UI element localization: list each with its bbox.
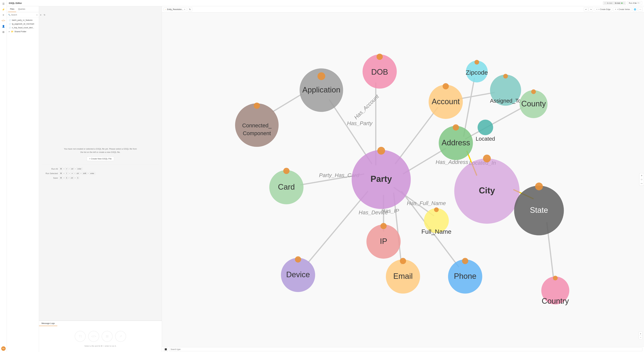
node-assigned-to-c[interactable]: Assigned_To xyxy=(490,74,521,106)
zoom-in-button[interactable]: + xyxy=(639,332,642,336)
graph-nodes: Application DOB Account xyxy=(235,54,569,305)
schema-selector[interactable]: ~ Entity_Resolution... ▾ xyxy=(164,7,186,11)
node-party[interactable]: Party xyxy=(352,147,411,209)
graph-instance-icon: ⬡ xyxy=(604,2,606,4)
file-panel: Files Queries 🔍 + ≡ ↻ 📄 batch_party_cc xyxy=(7,6,39,352)
svg-point-40 xyxy=(453,124,459,131)
sidebar-icon-activity[interactable]: ⚡ xyxy=(1,7,6,12)
undo-button[interactable]: ↩ xyxy=(584,7,588,11)
create-edge-button[interactable]: + + Create Edge xyxy=(595,7,612,11)
edge-label: Has_IP xyxy=(381,208,399,214)
file-search-input[interactable] xyxy=(11,14,34,16)
sidebar-icon-menu[interactable]: ☰ xyxy=(1,1,6,6)
redo-button[interactable]: ↪ xyxy=(589,7,593,11)
svg-point-21 xyxy=(376,54,383,60)
run-all-label: Run All xyxy=(629,2,635,4)
schema-icon: ~ xyxy=(165,8,166,10)
run-all-button[interactable]: Run All ▶ ⌘↩ xyxy=(627,1,642,5)
file-list: 📄 batch_party_cc_features 📄 tg_pagerank_… xyxy=(7,18,39,352)
search-icon: 🔍 xyxy=(8,14,10,16)
file-item[interactable]: 📄 n_hop_fraud_count_devi... xyxy=(7,26,39,29)
shortcut-run-all-keys: ⌘ + ↩ / ctrl + enter xyxy=(59,168,82,170)
folder-name: Shared Folder xyxy=(14,30,26,33)
edge-label: Has_Party xyxy=(347,120,373,126)
node-zipcode[interactable]: Zipcode xyxy=(466,60,488,82)
shortcut-save-keys: ⌘ + S / ctrl + S xyxy=(59,176,80,179)
node-phone[interactable]: Phone xyxy=(448,258,482,294)
create-gsql-button[interactable]: + Create New GSQL File xyxy=(87,157,114,161)
plus-icon: + xyxy=(596,8,598,10)
tab-queries[interactable]: Queries xyxy=(16,6,27,12)
node-address[interactable]: Address xyxy=(439,124,473,160)
svg-point-53 xyxy=(366,224,400,259)
node-state[interactable]: State xyxy=(514,182,564,235)
sidebar-icon-user-circle[interactable]: TG xyxy=(1,346,6,351)
graph-toolbar-right: ↩ ↪ + + Create Edge + + Create Vertex 🌐 … xyxy=(584,7,642,11)
node-application[interactable]: Application xyxy=(300,68,343,112)
node-full-name[interactable]: Full_Name xyxy=(421,207,451,235)
side-icon-2[interactable]: □ xyxy=(640,177,644,181)
shortcuts-container: Run All ⌘ + ↩ / ctrl + enter xyxy=(42,165,159,179)
svg-point-63 xyxy=(295,256,301,263)
globe-icon-button[interactable]: 🌐 xyxy=(633,7,637,11)
create-vertex-button[interactable]: + + Create Vertex xyxy=(613,7,632,11)
dropdown-arrow-icon: ▾ xyxy=(624,2,624,4)
side-icon-1[interactable]: ≡ xyxy=(640,174,644,177)
folder-item[interactable]: ▶ 📁 Shared Folder xyxy=(7,29,39,33)
svg-point-18 xyxy=(318,72,325,80)
plus-vertex-icon: + xyxy=(615,8,616,10)
node-ip[interactable]: IP xyxy=(366,223,400,259)
terminal-icon-button[interactable]: ⬛ xyxy=(164,347,168,352)
svg-line-14 xyxy=(465,106,526,139)
file-item[interactable]: 📄 batch_party_cc_features xyxy=(7,18,39,22)
side-icon-3[interactable]: — xyxy=(640,181,644,185)
shortcut-save: Save ⌘ + S / ctrl + S xyxy=(42,176,159,179)
node-email[interactable]: Email xyxy=(386,258,420,294)
sidebar-icon-code[interactable]: </> xyxy=(1,18,6,23)
folder-icon: 📁 xyxy=(11,30,14,33)
file-icon: 📄 xyxy=(9,23,11,25)
sidebar-icon-list[interactable]: ≡ xyxy=(1,12,6,17)
graph-name: lin-test xyxy=(615,2,620,4)
settings-icon-button[interactable]: ⋯ xyxy=(638,7,642,11)
graph-canvas[interactable]: Has_Party Has_Account Party_Has_Card Has… xyxy=(162,12,644,346)
node-device[interactable]: Device xyxy=(281,256,315,292)
svg-point-27 xyxy=(474,60,479,65)
svg-line-12 xyxy=(272,94,302,112)
undo-redo-group: ↩ ↪ xyxy=(584,7,593,11)
shortcut-run-selected-label: Run Selected xyxy=(42,172,58,175)
svg-point-60 xyxy=(535,182,543,190)
search-type-input[interactable] xyxy=(169,348,642,351)
node-account[interactable]: Account xyxy=(429,83,463,119)
node-located-in[interactable]: Located xyxy=(476,120,495,142)
zoom-controls: + − xyxy=(639,332,642,339)
app-title: GSQL Editor xyxy=(9,2,22,4)
file-tabs: Files Queries xyxy=(7,6,39,12)
node-card[interactable]: Card xyxy=(269,168,303,204)
editor-main: You have not created or selected a GSQL … xyxy=(39,6,162,321)
edge-label: Has_Address xyxy=(436,159,468,165)
node-county[interactable]: County xyxy=(520,89,548,118)
node-dob[interactable]: DOB xyxy=(362,54,397,89)
refresh-graph-button[interactable]: ↻ xyxy=(188,7,192,11)
add-file-button[interactable]: + xyxy=(35,13,39,16)
svg-point-59 xyxy=(514,186,564,235)
svg-point-65 xyxy=(386,259,420,294)
graph-instance-selector[interactable]: ⬡ lin-test / lin-test ▾ xyxy=(603,1,626,5)
sidebar-icon-users[interactable]: 👤 xyxy=(1,24,6,29)
svg-point-57 xyxy=(434,207,439,212)
sidebar-icon-database[interactable]: ⊞ xyxy=(1,29,6,34)
shortcut-run-selected-keys: ⌘ + ⇧ + ↩ / ctrl + shift + enter xyxy=(59,172,96,175)
top-header: GSQL Editor ⬡ lin-test / lin-test ▾ Run … xyxy=(7,0,644,6)
log-icon-code: </> xyxy=(88,331,99,342)
file-name: batch_party_cc_features xyxy=(12,19,32,21)
node-country[interactable]: Country xyxy=(541,276,569,305)
node-connected-component[interactable]: Connected_ Component xyxy=(235,103,278,147)
file-item[interactable]: 📄 tg_pagerank_wt_merchant xyxy=(7,22,39,26)
svg-point-72 xyxy=(553,276,558,280)
run-all-icon: ▶ xyxy=(636,2,637,4)
tab-files[interactable]: Files xyxy=(8,6,16,12)
svg-point-66 xyxy=(400,258,406,264)
zoom-out-button[interactable]: − xyxy=(639,336,642,339)
schema-dropdown-icon: ▾ xyxy=(184,8,185,10)
